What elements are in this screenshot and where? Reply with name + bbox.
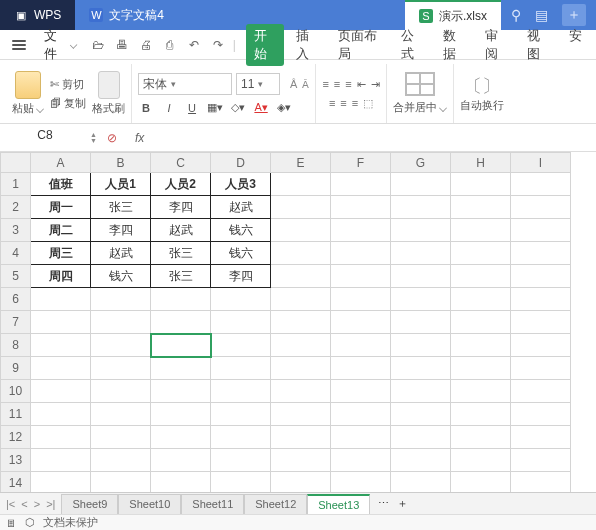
row-header[interactable]: 10 <box>1 380 31 403</box>
cell[interactable] <box>391 334 451 357</box>
cell[interactable]: 周三 <box>31 242 91 265</box>
cell[interactable]: 值班 <box>31 173 91 196</box>
cell-reference-input[interactable]: C8 <box>6 128 84 148</box>
cell[interactable]: 钱六 <box>211 219 271 242</box>
cell[interactable] <box>91 288 151 311</box>
cell[interactable] <box>31 357 91 380</box>
cell[interactable] <box>331 334 391 357</box>
cell[interactable] <box>391 357 451 380</box>
row-header[interactable]: 13 <box>1 449 31 472</box>
settings-icon[interactable]: ▤ <box>535 7 548 23</box>
cell[interactable] <box>91 449 151 472</box>
cell[interactable] <box>451 426 511 449</box>
cell[interactable] <box>511 357 571 380</box>
cell-style-button[interactable]: ◈▾ <box>276 101 292 114</box>
cell[interactable] <box>511 334 571 357</box>
format-brush-button[interactable]: 格式刷 <box>92 71 125 116</box>
cell[interactable] <box>391 173 451 196</box>
copy-button[interactable]: 🗐 复制 <box>50 96 86 111</box>
cell[interactable] <box>271 334 331 357</box>
row-header[interactable]: 12 <box>1 426 31 449</box>
cell[interactable] <box>271 196 331 219</box>
cell[interactable] <box>91 426 151 449</box>
row-header[interactable]: 7 <box>1 311 31 334</box>
italic-button[interactable]: I <box>161 102 177 114</box>
cell[interactable] <box>271 426 331 449</box>
redo-icon[interactable]: ↷ <box>209 36 227 54</box>
cell[interactable] <box>91 357 151 380</box>
next-sheet-icon[interactable]: > <box>34 498 40 510</box>
cell[interactable] <box>271 403 331 426</box>
paste-button[interactable]: 粘贴 <box>12 71 44 116</box>
cell[interactable] <box>391 380 451 403</box>
cell[interactable] <box>211 380 271 403</box>
column-header[interactable]: A <box>31 153 91 173</box>
cell[interactable] <box>511 173 571 196</box>
cell[interactable] <box>151 288 211 311</box>
cell[interactable] <box>511 288 571 311</box>
cell[interactable] <box>271 219 331 242</box>
cell[interactable] <box>391 288 451 311</box>
cell[interactable] <box>511 219 571 242</box>
cancel-icon[interactable]: ⊘ <box>103 129 121 147</box>
cell[interactable]: 人员2 <box>151 173 211 196</box>
cell[interactable] <box>511 380 571 403</box>
cell[interactable]: 周二 <box>31 219 91 242</box>
cell[interactable] <box>511 196 571 219</box>
cell[interactable] <box>511 403 571 426</box>
cell[interactable] <box>451 288 511 311</box>
cell[interactable] <box>331 288 391 311</box>
open-icon[interactable]: 🗁 <box>89 36 107 54</box>
cell[interactable] <box>331 380 391 403</box>
print-preview-icon[interactable]: ⎙ <box>161 36 179 54</box>
column-header[interactable]: D <box>211 153 271 173</box>
hamburger-menu[interactable] <box>6 38 36 52</box>
cell[interactable] <box>391 265 451 288</box>
cell[interactable] <box>511 449 571 472</box>
cell[interactable] <box>391 311 451 334</box>
indent-dec-icon[interactable]: ⇤ <box>357 78 366 91</box>
row-header[interactable]: 8 <box>1 334 31 357</box>
underline-button[interactable]: U <box>184 102 200 114</box>
add-sheet-icon[interactable]: ＋ <box>397 496 408 511</box>
cell[interactable]: 赵武 <box>211 196 271 219</box>
column-header[interactable]: F <box>331 153 391 173</box>
cell[interactable] <box>31 403 91 426</box>
row-header[interactable]: 5 <box>1 265 31 288</box>
doc-tab[interactable]: W 文字文稿4 <box>75 0 178 30</box>
last-sheet-icon[interactable]: >| <box>46 498 55 510</box>
cell[interactable] <box>331 242 391 265</box>
prev-sheet-icon[interactable]: < <box>21 498 27 510</box>
cell[interactable] <box>31 380 91 403</box>
cell[interactable] <box>331 403 391 426</box>
cell[interactable] <box>391 196 451 219</box>
cell[interactable] <box>31 449 91 472</box>
select-all-corner[interactable] <box>1 153 31 173</box>
cell[interactable] <box>91 380 151 403</box>
cell[interactable] <box>211 449 271 472</box>
cell[interactable]: 周四 <box>31 265 91 288</box>
cell[interactable] <box>271 288 331 311</box>
column-header[interactable]: H <box>451 153 511 173</box>
cell[interactable] <box>451 380 511 403</box>
user-icon[interactable]: ⚲ <box>511 7 521 23</box>
cell[interactable] <box>391 426 451 449</box>
cell[interactable] <box>391 403 451 426</box>
cell[interactable] <box>211 334 271 357</box>
cell[interactable] <box>31 288 91 311</box>
cell[interactable] <box>91 311 151 334</box>
column-header[interactable]: G <box>391 153 451 173</box>
cell[interactable] <box>451 242 511 265</box>
cell[interactable] <box>151 380 211 403</box>
cell[interactable] <box>451 219 511 242</box>
print-icon[interactable]: 🖨 <box>137 36 155 54</box>
cell[interactable] <box>451 311 511 334</box>
cell[interactable] <box>331 311 391 334</box>
cell[interactable] <box>31 334 91 357</box>
merge-cells-button[interactable] <box>405 72 435 96</box>
sheet-tab[interactable]: Sheet13 <box>307 494 370 514</box>
column-header[interactable]: B <box>91 153 151 173</box>
menu-start[interactable]: 开始 <box>246 24 284 66</box>
cell[interactable] <box>451 196 511 219</box>
row-header[interactable]: 2 <box>1 196 31 219</box>
